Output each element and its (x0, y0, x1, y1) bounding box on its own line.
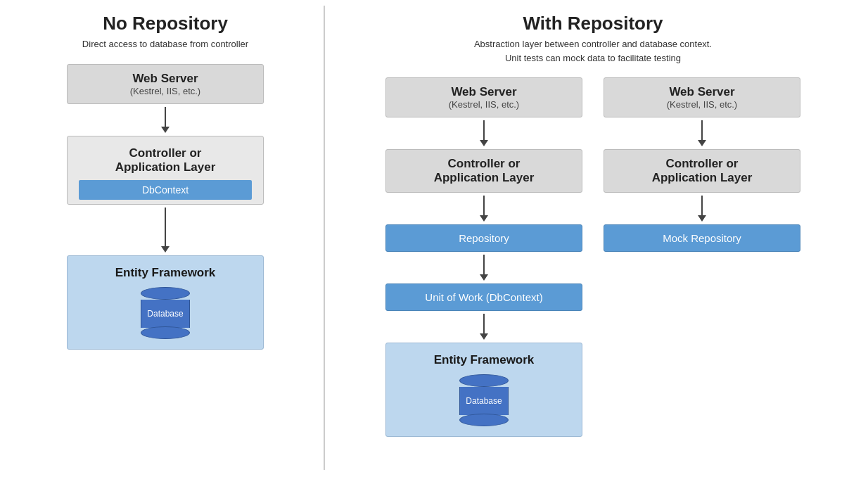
no-repo-db-cylinder: Database (137, 287, 193, 339)
no-repo-webserver-title: Web Server (79, 72, 252, 86)
no-repo-title: No Repository (103, 13, 228, 34)
no-repo-subtitle: Direct access to database from controlle… (82, 37, 248, 51)
mock-controller-box: Controller orApplication Layer (604, 149, 800, 193)
no-repo-ef-box: Entity Framework Database (67, 255, 264, 350)
mock-arrow-1 (698, 120, 706, 146)
arrow-head-1 (161, 127, 170, 133)
mock-arrow-line-1 (701, 120, 703, 140)
repo-db-cylinder: Database (456, 374, 512, 426)
db-top (141, 287, 190, 300)
main-container: No Repository Direct access to database … (0, 0, 868, 491)
mock-repo-box: Mock Repository (604, 224, 800, 252)
mock-controller-title: Controller orApplication Layer (615, 157, 789, 185)
repo-arrow-head-4 (480, 333, 488, 340)
repo-arrow-2 (480, 196, 488, 222)
repo-db-top (459, 374, 509, 387)
arrow-1 (161, 107, 170, 133)
no-repo-ef-title: Entity Framework (115, 266, 216, 280)
repo-webserver-title: Web Server (397, 85, 570, 99)
repo-arrow-head-3 (480, 274, 488, 281)
arrow-2 (161, 208, 170, 253)
no-repo-controller-title: Controller orApplication Layer (79, 146, 252, 174)
repo-controller-title: Controller orApplication Layer (397, 157, 570, 185)
section-divider (324, 6, 325, 470)
no-repo-controller-box: Controller orApplication Layer DbContext (67, 136, 264, 205)
repo-box: Repository (385, 224, 582, 252)
with-repo-subtitle: Abstraction layer between controller and… (474, 37, 712, 65)
uow-box: Unit of Work (DbContext) (385, 283, 582, 311)
repo-arrow-line-4 (483, 314, 485, 333)
repo-ef-box: Entity Framework Database (385, 343, 582, 437)
repo-arrow-line-1 (483, 120, 485, 140)
right-diagrams: Web Server (Kestrel, IIS, etc.) Controll… (385, 77, 800, 437)
no-repo-webserver-sub: (Kestrel, IIS, etc.) (79, 86, 252, 96)
with-repo-title: With Repository (523, 13, 663, 34)
mock-arrow-head-1 (698, 140, 706, 146)
mock-arrow-head-2 (698, 215, 706, 222)
arrow-line-1 (165, 107, 166, 127)
with-repository-section: With Repository Abstraction layer betwee… (332, 13, 854, 484)
arrow-head-2 (161, 246, 170, 253)
repo-arrow-head-1 (480, 140, 488, 146)
mock-webserver-box: Web Server (Kestrel, IIS, etc.) (604, 77, 800, 117)
no-repo-diagram: Web Server (Kestrel, IIS, etc.) Controll… (14, 64, 317, 350)
mock-webserver-sub: (Kestrel, IIS, etc.) (615, 99, 789, 110)
db-label: Database (147, 309, 183, 319)
db-body: Database (141, 300, 190, 328)
repo-ef-title: Entity Framework (434, 353, 535, 367)
repo-db-bottom (459, 414, 509, 426)
repo-arrow-4 (480, 314, 488, 340)
mock-col: Web Server (Kestrel, IIS, etc.) Controll… (604, 77, 800, 252)
arrow-line-2 (165, 208, 166, 246)
db-bottom (141, 326, 190, 339)
mock-arrow-2 (698, 196, 706, 222)
repo-webserver-box: Web Server (Kestrel, IIS, etc.) (385, 77, 582, 117)
repo-webserver-sub: (Kestrel, IIS, etc.) (397, 99, 570, 110)
repo-db-label: Database (466, 396, 502, 406)
no-repository-section: No Repository Direct access to database … (14, 13, 317, 484)
repo-arrow-head-2 (480, 215, 488, 222)
repo-arrow-1 (480, 120, 488, 146)
repo-controller-box: Controller orApplication Layer (385, 149, 582, 193)
repo-arrow-line-2 (483, 196, 485, 215)
repo-arrow-line-3 (483, 255, 485, 274)
no-repo-dbcontext: DbContext (79, 180, 252, 200)
no-repo-webserver-box: Web Server (Kestrel, IIS, etc.) (67, 64, 264, 104)
repo-db-body: Database (459, 387, 509, 415)
mock-arrow-line-2 (701, 196, 703, 215)
repo-col: Web Server (Kestrel, IIS, etc.) Controll… (385, 77, 582, 437)
repo-arrow-3 (480, 255, 488, 281)
mock-webserver-title: Web Server (615, 85, 789, 99)
